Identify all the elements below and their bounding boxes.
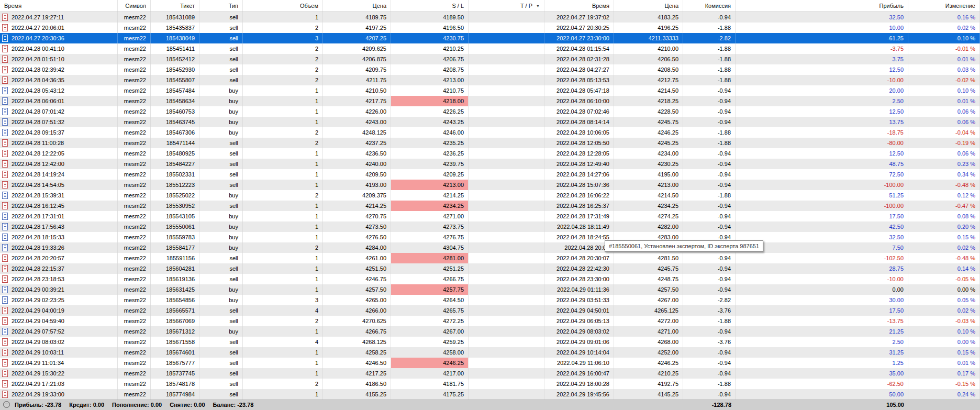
column-header-profit[interactable]: Прибыль: [736, 0, 908, 12]
column-header-time-open[interactable]: Время: [0, 0, 118, 12]
cell-symbol: mesm22: [118, 326, 151, 337]
cell-time-close: 2022.04.28 05:13:53: [544, 75, 614, 85]
history-row[interactable]: 2022.04.28 00:41:10mesm22185451411sell24…: [0, 43, 980, 54]
cell-time-close: 2022.04.28 20:30:07: [544, 253, 614, 263]
history-row[interactable]: 2022.04.28 12:42:00mesm22185484227sell14…: [0, 159, 980, 169]
column-header-label: Комиссия: [705, 3, 731, 9]
sort-indicator-icon[interactable]: ▼: [536, 4, 540, 8]
cell-take-profit: [469, 358, 544, 368]
cell-volume: 1: [243, 211, 323, 221]
history-row[interactable]: 2022.04.28 11:00:28mesm22185471144sell24…: [0, 138, 980, 148]
cell-ticket: 185674601: [151, 347, 199, 358]
column-header-symbol[interactable]: Символ: [118, 0, 151, 12]
cell-time-close: 2022.04.28 12:05:50: [544, 138, 614, 148]
cell-price-close: 4208.50: [614, 64, 683, 75]
cell-take-profit: [469, 242, 544, 253]
history-row[interactable]: 2022.04.29 17:21:03mesm22185748178sell24…: [0, 379, 980, 389]
history-row[interactable]: 2022.04.28 19:33:26mesm22185584177buy242…: [0, 242, 980, 253]
cell-price-close: 4274.25: [614, 211, 683, 221]
cell-symbol: mesm22: [118, 358, 151, 368]
cell-change: 0.06 %: [908, 106, 980, 117]
cell-profit: -62.50: [736, 379, 908, 389]
cell-price-open: 4155.25: [323, 389, 391, 400]
history-row[interactable]: 2022.04.29 08:03:02mesm22185671558sell44…: [0, 337, 980, 347]
column-header-label: S / L: [452, 3, 464, 9]
cell-take-profit: [469, 368, 544, 379]
history-row[interactable]: 2022.04.29 07:57:52mesm22185671312buy142…: [0, 326, 980, 337]
cell-symbol: mesm22: [118, 316, 151, 326]
history-row[interactable]: 2022.04.28 16:12:45mesm22185530952sell14…: [0, 201, 980, 211]
history-row[interactable]: 2022.04.28 09:15:37mesm22185467306buy242…: [0, 127, 980, 138]
history-row[interactable]: 2022.04.28 01:51:10mesm22185452412sell24…: [0, 54, 980, 64]
history-row[interactable]: 2022.04.29 15:30:22mesm22185737745sell14…: [0, 368, 980, 379]
cell-volume: 2: [243, 138, 323, 148]
history-row[interactable]: 2022.04.27 20:06:01mesm22185435837sell24…: [0, 23, 980, 33]
history-row[interactable]: 2022.04.28 04:36:35mesm22185455807sell24…: [0, 75, 980, 85]
cell-type: buy: [199, 190, 243, 201]
cell-change: 0.06 %: [908, 117, 980, 127]
cell-stop-loss: 4230.75: [391, 33, 469, 43]
cell-commission: -1.88: [683, 54, 736, 64]
sell-order-icon: [2, 66, 8, 73]
history-row[interactable]: 2022.04.28 23:18:53mesm22185619136sell14…: [0, 274, 980, 284]
column-header-ticket[interactable]: Тикет: [151, 0, 199, 12]
cell-commission: -0.94: [683, 169, 736, 180]
history-row[interactable]: 2022.04.28 14:19:24mesm22185502331sell14…: [0, 169, 980, 180]
history-row[interactable]: 2022.04.28 20:20:57mesm22185591156sell14…: [0, 253, 980, 263]
cell-stop-loss: 4281.00: [391, 253, 469, 263]
history-row[interactable]: 2022.04.28 17:31:01mesm22185543105buy142…: [0, 211, 980, 221]
history-row[interactable]: 2022.04.27 20:30:36mesm22185438049sell34…: [0, 33, 980, 43]
column-header-time-close[interactable]: Время: [544, 0, 614, 12]
cell-stop-loss: 4264.50: [391, 295, 469, 305]
column-header-price-open[interactable]: Цена: [323, 0, 391, 12]
history-row[interactable]: 2022.04.28 07:01:42mesm22185460753buy142…: [0, 106, 980, 117]
column-header-take-profit[interactable]: T / P▼: [469, 0, 544, 12]
cell-type: sell: [199, 358, 243, 368]
history-row[interactable]: 2022.04.28 22:15:37mesm22185604281sell14…: [0, 263, 980, 274]
cell-price-close: 4230.25: [614, 159, 683, 169]
cell-volume: 1: [243, 232, 323, 242]
history-row[interactable]: 2022.04.28 18:15:33mesm22185559783buy142…: [0, 232, 980, 242]
history-row[interactable]: 2022.04.28 14:54:05mesm22185512223sell14…: [0, 180, 980, 190]
column-header-stop-loss[interactable]: S / L: [391, 0, 469, 12]
cell-ticket: 185471144: [151, 138, 199, 148]
column-header-change[interactable]: Изменение: [908, 0, 980, 12]
column-header-volume[interactable]: Объем: [243, 0, 323, 12]
history-row[interactable]: 2022.04.28 02:39:42mesm22185452930sell24…: [0, 64, 980, 75]
cell-take-profit: [469, 75, 544, 85]
cell-ticket: 185452412: [151, 54, 199, 64]
history-row[interactable]: 2022.04.29 11:01:34mesm22185675777sell14…: [0, 358, 980, 368]
history-row[interactable]: 2022.04.29 02:23:25mesm22185654856buy342…: [0, 295, 980, 305]
cell-commission: -1.88: [683, 190, 736, 201]
history-row[interactable]: 2022.04.28 06:06:01mesm22185458634buy142…: [0, 96, 980, 106]
history-row[interactable]: 2022.04.29 10:03:11mesm22185674601sell14…: [0, 347, 980, 358]
cell-time-close: 2022.04.29 19:45:56: [544, 389, 614, 400]
cell-change: 0.01 %: [908, 358, 980, 368]
cell-ticket: 185737745: [151, 368, 199, 379]
cell-time-close: 2022.04.28 16:25:37: [544, 201, 614, 211]
history-row[interactable]: 2022.04.27 19:27:11mesm22185431089sell14…: [0, 12, 980, 23]
cell-volume: 2: [243, 379, 323, 389]
cell-stop-loss: 4273.75: [391, 221, 469, 232]
cell-symbol: mesm22: [118, 12, 151, 23]
cell-commission: -0.94: [683, 358, 736, 368]
history-row[interactable]: 2022.04.28 17:56:43mesm22185550061buy142…: [0, 221, 980, 232]
cell-time-open: 2022.04.28 05:43:12: [0, 85, 118, 96]
cell-volume: 2: [243, 190, 323, 201]
cell-take-profit: [469, 138, 544, 148]
history-row[interactable]: 2022.04.29 00:39:21mesm22185631425buy142…: [0, 284, 980, 295]
history-row[interactable]: 2022.04.28 12:22:05mesm22185480925sell14…: [0, 148, 980, 159]
history-row[interactable]: 2022.04.29 04:00:19mesm22185665571sell44…: [0, 305, 980, 316]
column-header-commission[interactable]: Комиссия: [683, 0, 736, 12]
cell-time-close: 2022.04.28 23:30:00: [544, 274, 614, 284]
history-row[interactable]: 2022.04.29 19:33:00mesm22185774984sell14…: [0, 389, 980, 400]
column-header-type[interactable]: Тип: [199, 0, 243, 12]
column-header-price-close[interactable]: Цена: [614, 0, 683, 12]
cell-price-close: 4234.25: [614, 201, 683, 211]
history-row[interactable]: 2022.04.28 05:43:12mesm22185457484buy142…: [0, 85, 980, 96]
cell-profit: 17.50: [736, 305, 908, 316]
cell-type: sell: [199, 159, 243, 169]
history-row[interactable]: 2022.04.28 15:39:31mesm22185525022buy242…: [0, 190, 980, 201]
history-row[interactable]: 2022.04.29 04:59:40mesm22185667069sell24…: [0, 316, 980, 326]
history-row[interactable]: 2022.04.28 07:51:32mesm22185463745buy142…: [0, 117, 980, 127]
